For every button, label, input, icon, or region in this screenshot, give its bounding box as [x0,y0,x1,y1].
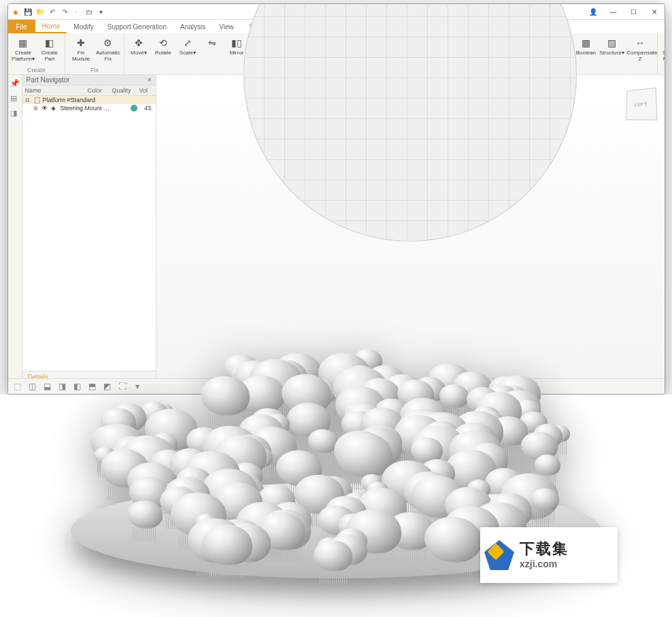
divider: · [72,7,82,16]
col-name[interactable]: Name [22,86,85,95]
tree-part-row[interactable]: ⊞ 👁 ◈ Steering Mount v1_s... 43. [22,104,156,112]
navigator-close-icon[interactable]: × [148,76,152,84]
render-parts [84,272,588,395]
tab-support-gen[interactable]: Support Generation [101,20,173,33]
panel2-icon[interactable]: ◨ [10,109,20,118]
view-cube2-icon[interactable]: ◫ [27,381,38,392]
user-icon[interactable]: 👤 [583,4,603,19]
close-button[interactable]: ✕ [644,4,665,19]
quick-access-toolbar: ◆ 💾 📁 ↶ ↷ · 🗀 ▾ [8,7,109,16]
minimize-button[interactable]: — [603,4,624,19]
maximize-button[interactable]: ☐ [624,4,644,19]
dropdown-icon[interactable]: ▾ [97,7,106,16]
part-icon: ◈ [51,105,58,112]
navigator-title: Part Navigator [27,76,70,84]
ribbon-[interactable]: ⇋ [201,35,224,52]
tab-modify[interactable]: Modify [67,20,100,33]
left-rail: 📌 ▤ ◨ [8,75,22,395]
visibility-icon[interactable]: 👁 [41,105,49,112]
navigator-columns: Name Color Quality Vol [22,86,156,96]
expand-icon[interactable]: ⊞ [33,105,39,112]
expand-icon[interactable]: ⊟ [25,97,31,103]
redo-icon[interactable]: ↷ [60,7,69,16]
ribbon-createplatform[interactable]: ▦Create Platform▾ [11,35,36,64]
part-vol: 43. [139,105,153,112]
tab-view[interactable]: View [212,20,241,33]
build-platform [243,75,577,241]
ribbon-rotate[interactable]: ⟲Rotate [152,35,175,58]
quality-indicator [131,105,137,112]
ribbon-createpart[interactable]: ◧Create Part [37,35,62,64]
undo-icon[interactable]: ↶ [48,7,57,16]
ribbon-fixmodule[interactable]: ✚Fix Module [68,35,93,64]
ribbon-supportmodule[interactable]: ⊥Support Module [660,35,665,64]
view-cube[interactable]: LEFT [626,88,657,120]
app-icon: ◆ [11,7,20,16]
ribbon-move[interactable]: ✥Move▾ [127,35,150,58]
view-cube1-icon[interactable]: ⬚ [12,381,23,392]
col-color[interactable]: Color [85,86,110,95]
col-quality[interactable]: Quality [110,86,137,95]
view-cube3-icon[interactable]: ⬓ [42,381,53,392]
tree-platform-row[interactable]: ⊟ 📋 Platform #Standard [22,96,156,104]
tack-icon[interactable]: 📌 [10,79,20,88]
file-menu[interactable]: File [8,20,35,33]
render-overlay [61,238,611,395]
ribbon-automaticfix[interactable]: ⚙Automatic Fix [95,35,121,64]
platform-icon: 📋 [33,97,41,103]
panel-icon[interactable]: ▤ [10,94,20,103]
tab-analysis[interactable]: Analysis [173,20,212,33]
tab-home[interactable]: Home [35,20,67,33]
open-icon[interactable]: 📁 [35,7,45,16]
platform-name: Platform #Standard [43,97,153,103]
save-icon[interactable]: 💾 [23,7,33,16]
navigator-header: Part Navigator × [22,75,156,86]
col-vol[interactable]: Vol [137,86,156,95]
ribbon-boolean[interactable]: ▩Boolean [574,35,597,58]
part-name: Steering Mount v1_s... [61,105,110,112]
folder-icon[interactable]: 🗀 [84,7,94,16]
ribbon-compensatez[interactable]: ↔Compensate Z [626,35,654,64]
ribbon-scale[interactable]: ⤢Scale▾ [176,35,199,58]
ribbon-structure[interactable]: ▨Structure▾ [599,35,624,58]
